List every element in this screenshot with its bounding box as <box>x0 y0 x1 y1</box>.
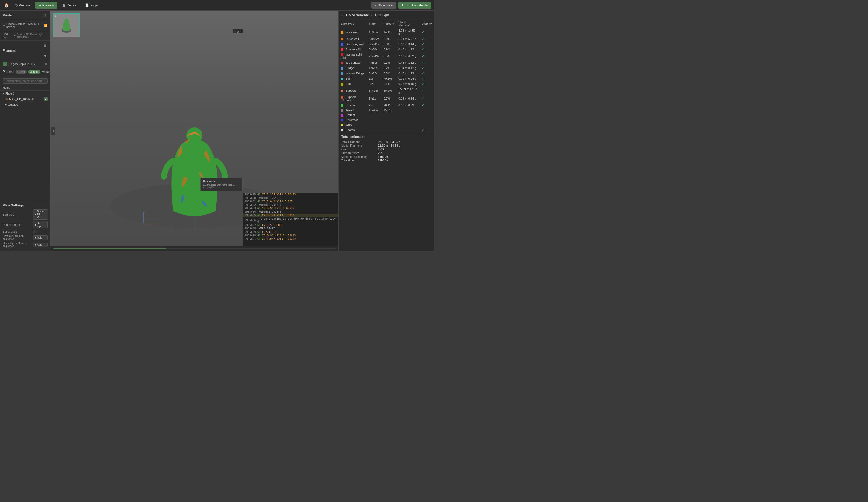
model-print-row: Model printing time: 11h20m <box>341 155 431 158</box>
display-check[interactable]: ✔ <box>422 30 424 34</box>
legend-row: Travel 1h44m 15.3% <box>339 108 434 113</box>
camera-label: Right <box>232 29 243 33</box>
color-swatch[interactable] <box>341 114 343 116</box>
display-check[interactable]: ✔ <box>422 37 424 41</box>
collapse-icon[interactable]: ⊟ <box>341 13 344 17</box>
legend-display: ✔ <box>420 41 434 47</box>
filament-item[interactable]: 1 Elegoo Rapid PETG ✏ <box>0 61 50 67</box>
viewport[interactable]: ◂ 1 <box>51 11 338 251</box>
legend-display: ✔ <box>420 52 434 60</box>
other-layers-dropdown[interactable]: ▾ Auto <box>33 243 48 247</box>
line-type-label[interactable]: Line Type <box>375 13 389 17</box>
bed-type-value[interactable]: Smooth PEI Plate / High Temp Plate <box>17 33 48 38</box>
main-area: Printer ⚙ ✏ Elegoo Neptune 4 Max (0.4 no… <box>0 11 434 251</box>
objects-tag[interactable]: Objects <box>28 70 40 74</box>
legend-row: Custom 25s <0.1% 0.03 m 0.09 g ✔ <box>339 103 434 108</box>
progress-bar[interactable] <box>53 248 336 249</box>
display-check[interactable]: ✔ <box>422 48 424 51</box>
display-check[interactable]: ✔ <box>422 71 424 75</box>
color-swatch[interactable] <box>341 31 343 34</box>
legend-line-type: Sparse infill <box>339 47 367 52</box>
first-layer-dropdown[interactable]: ▾ Auto <box>33 235 48 240</box>
display-check[interactable]: ✔ <box>422 128 424 132</box>
spiral-vase-checkbox[interactable] <box>33 230 37 233</box>
color-swatch[interactable] <box>341 83 343 85</box>
tree-outside[interactable]: ▸ Outside <box>0 102 50 107</box>
slice-button[interactable]: ▾ Slice plate <box>371 2 396 9</box>
total-filament-label: Total Filament: <box>341 140 376 143</box>
printer-settings-icon[interactable]: ⚙ <box>42 13 48 18</box>
code-panel[interactable]: 2955679 G1 X211.175 Y210 E.00465 2955680… <box>243 193 338 251</box>
legend-line-type: Support <box>339 86 367 94</box>
display-check[interactable]: ✔ <box>422 54 424 58</box>
chevron-down-icon: ▾ <box>3 92 4 95</box>
display-check[interactable]: ✔ <box>422 66 424 70</box>
filament-remove-icon[interactable]: ⊟ <box>42 48 48 53</box>
bed-type-setting-val: Smooth PEI Pl... <box>37 210 46 219</box>
color-swatch[interactable] <box>341 104 343 107</box>
display-check[interactable]: ✔ <box>422 82 424 86</box>
legend-display: ✔ <box>420 81 434 86</box>
tab-device[interactable]: 🖨 Device <box>59 2 80 9</box>
tab-project[interactable]: 📄 Project <box>81 2 104 9</box>
tab-preview[interactable]: ◈ Preview <box>35 2 58 9</box>
display-check[interactable]: ✔ <box>422 97 424 100</box>
thumbnail-svg <box>59 16 74 34</box>
tab-prepare[interactable]: ⬡ Prepare <box>11 2 34 9</box>
filament-settings-icon[interactable]: ⚙ <box>42 53 48 59</box>
display-check[interactable]: ✔ <box>422 89 424 92</box>
legend-filament <box>396 117 420 122</box>
color-swatch[interactable] <box>341 96 343 99</box>
tree-plate[interactable]: ▾ Plate 1 <box>0 91 50 96</box>
filament-edit-icon[interactable]: ✏ <box>45 62 48 66</box>
setting-other-layers: Other layers filament sequence ▾ Auto <box>3 242 48 247</box>
tree-file[interactable]: ⚠ MKV_HP_405th.stl ✓ <box>0 96 50 102</box>
color-swatch[interactable] <box>341 53 343 56</box>
legend-filament: 4.78 m 14.59 g <box>396 28 420 37</box>
legend-row: Support 5h41m 50.2% 15.69 m 47.93 g ✔ <box>339 86 434 94</box>
setting-bed-type: Bed type ▾ Smooth PEI Pl... <box>3 209 48 220</box>
legend-filament <box>396 122 420 127</box>
color-swatch[interactable] <box>341 62 343 64</box>
color-swatch[interactable] <box>341 90 343 92</box>
model-print-label: Model printing time: <box>341 155 376 158</box>
printer-edit-icon: ✏ <box>3 24 5 27</box>
color-swatch[interactable] <box>341 67 343 70</box>
color-swatch[interactable] <box>341 72 343 75</box>
color-swatch[interactable] <box>341 78 343 80</box>
preview-icon: ◈ <box>39 3 41 7</box>
color-swatch[interactable] <box>341 38 343 40</box>
display-check[interactable]: ✔ <box>422 42 424 46</box>
name-header: Name <box>0 85 50 91</box>
legend-display: ✔ <box>420 86 434 94</box>
legend-filament: 1.94 m 5.91 g <box>396 36 420 41</box>
home-icon[interactable]: 🏠 <box>3 2 10 9</box>
display-check[interactable]: ✔ <box>422 103 424 107</box>
global-tag[interactable]: Global <box>16 70 27 74</box>
search-box <box>0 77 50 85</box>
legend-row: Inner wall 1h38m 14.4% 4.78 m 14.59 g ✔ <box>339 28 434 37</box>
bed-type-dropdown[interactable]: ▾ Smooth PEI Pl... <box>33 209 48 220</box>
file-checkbox[interactable]: ✓ <box>44 98 48 101</box>
printer-name-row[interactable]: ✏ Elegoo Neptune 4 Max (0.4 nozzle) 📶 <box>0 20 50 31</box>
collapse-left-arrow[interactable]: ◂ <box>51 127 55 135</box>
color-swatch[interactable] <box>341 129 343 132</box>
col-line-type: Line Type <box>339 19 367 28</box>
code-line: 2955679 G1 X211.175 Y210 E.00465 <box>243 193 338 196</box>
search-input[interactable] <box>3 78 48 84</box>
display-check[interactable]: ✔ <box>422 77 424 81</box>
code-line: 2955689 G1 F5221.315 <box>243 230 338 234</box>
color-swatch[interactable] <box>341 43 343 46</box>
process-section: Process Global Objects Advanced ⊞ <box>0 68 50 77</box>
legend-display: ✔ <box>420 71 434 76</box>
color-swatch[interactable] <box>341 48 343 51</box>
color-swatch[interactable] <box>341 109 343 112</box>
print-sequence-dropdown[interactable]: ▾ By layer <box>33 221 48 228</box>
object-tree: ▾ Plate 1 ⚠ MKV_HP_405th.stl ✓ ▸ Outside <box>0 91 50 201</box>
plate-thumbnail[interactable]: 1 <box>53 13 80 37</box>
color-swatch[interactable] <box>341 119 343 121</box>
display-check[interactable]: ✔ <box>422 61 424 64</box>
export-button[interactable]: Export G-code file <box>399 2 431 9</box>
filament-add-icon[interactable]: ⊞ <box>42 43 48 48</box>
color-swatch[interactable] <box>341 124 343 126</box>
